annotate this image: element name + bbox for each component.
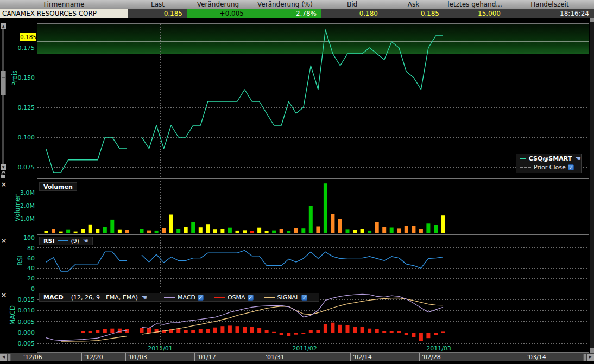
close-volume-panel-icon[interactable]: × bbox=[1, 181, 7, 188]
right-edge-strip bbox=[590, 18, 594, 353]
axis-tick-label: 20 bbox=[2, 275, 35, 282]
quote-value-row: CANAMEX RESOURCES CORP0.185+0.0052.78%0.… bbox=[0, 9, 594, 18]
chart-window: FirmennameLastVeränderungVeränderung (%)… bbox=[0, 0, 594, 364]
macd-param: (12, 26, 9 - EMA, EMA) bbox=[71, 294, 138, 301]
prior-close-checkbox[interactable]: ✓ bbox=[568, 164, 574, 170]
legend-checkbox[interactable]: ✓ bbox=[198, 295, 204, 301]
time-axis-date-label[interactable]: '02/14 bbox=[350, 353, 372, 361]
quote-value-cell: 15,000 bbox=[444, 9, 505, 18]
time-scrollbar-left-grip[interactable] bbox=[8, 354, 11, 361]
axis-tick-label: 0.000 bbox=[2, 329, 35, 336]
quote-value-cell: 0.180 bbox=[321, 9, 383, 18]
volume-chart bbox=[37, 181, 589, 234]
macd-settings-hand-icon[interactable]: ☚ bbox=[141, 295, 147, 300]
macd-legend-item: SIGNAL✓ bbox=[261, 294, 308, 301]
axis-tick-label: -0.005 bbox=[2, 340, 35, 347]
axis-tick-label: 0.125 bbox=[2, 104, 35, 111]
volume-panel-title: Volumen bbox=[43, 183, 73, 190]
month-gridline-label: 2011/02 bbox=[286, 345, 324, 352]
axis-tick-label: 0.150 bbox=[2, 74, 35, 81]
time-axis-date-label[interactable]: '02/28 bbox=[419, 353, 441, 361]
rsi-settings-hand-icon[interactable]: ☚ bbox=[83, 238, 89, 244]
time-axis-date-label[interactable]: '12/20 bbox=[81, 353, 103, 361]
quote-column-header[interactable]: Handelszeit bbox=[505, 0, 594, 9]
quote-column-header[interactable]: Veränderung (%) bbox=[249, 0, 321, 9]
rsi-panel[interactable] bbox=[37, 237, 589, 289]
quote-column-header[interactable]: Veränderung bbox=[187, 0, 249, 9]
time-axis-date-label[interactable]: '01/17 bbox=[194, 353, 216, 361]
scroll-up-icon[interactable]: ▲ bbox=[1, 23, 6, 29]
axis-tick-label: 2.0M bbox=[2, 202, 35, 209]
volume-panel-header: Volumen bbox=[39, 182, 77, 191]
legend-checkbox[interactable]: ✓ bbox=[301, 295, 307, 301]
time-axis-date-label[interactable]: '12/06 bbox=[21, 353, 42, 361]
quote-column-header[interactable]: Ask bbox=[383, 0, 444, 9]
series-name: CSQ@SMART bbox=[529, 155, 572, 162]
price-legend: CSQ@SMART ☚ Prior Close ✓ bbox=[516, 154, 582, 173]
quote-column-header[interactable]: Bid bbox=[321, 0, 383, 9]
axis-tick-label: 40 bbox=[2, 265, 35, 272]
axis-tick-label: 0.005 bbox=[2, 318, 35, 325]
price-panel[interactable] bbox=[37, 23, 589, 179]
legend-line-sample bbox=[214, 297, 225, 298]
month-gridline-label: 2011/03 bbox=[420, 345, 458, 352]
axis-tick-label: 0 bbox=[2, 285, 35, 292]
scroll-left-icon[interactable]: ◀ bbox=[0, 354, 7, 361]
legend-line-sample bbox=[164, 297, 175, 298]
time-scrollbar[interactable]: ◀ ▶ '12/06'12/20'01/03'01/17'01/31'02/14… bbox=[0, 353, 594, 361]
quote-value-cell: 2.78% bbox=[249, 9, 321, 18]
volume-panel[interactable] bbox=[37, 181, 589, 235]
rsi-panel-header: RSI (9) ☚ bbox=[39, 237, 93, 245]
series-settings-hand-icon[interactable]: ☚ bbox=[575, 156, 581, 161]
axis-tick-label: 3.0M bbox=[2, 189, 35, 196]
last-price-tag: 0.185 bbox=[20, 33, 36, 41]
axis-tick-label: 0.015 bbox=[2, 296, 35, 303]
month-gridline-label: 2011/01 bbox=[141, 345, 179, 352]
time-scrollbar-right-grip[interactable] bbox=[583, 354, 586, 361]
rsi-line-sample bbox=[58, 240, 68, 241]
price-line-sample bbox=[520, 158, 526, 159]
rsi-chart bbox=[37, 237, 589, 289]
axis-tick-label: 60 bbox=[2, 255, 35, 262]
axis-tick-label: 0.010 bbox=[2, 307, 35, 314]
prior-close-line-sample bbox=[520, 167, 531, 168]
time-axis-date-label[interactable]: '01/03 bbox=[125, 353, 147, 361]
right-strip-top-cap[interactable] bbox=[590, 18, 594, 22]
scroll-right-icon[interactable]: ▶ bbox=[587, 354, 594, 361]
axis-tick-label: 0.075 bbox=[2, 164, 35, 171]
macd-panel-title: MACD bbox=[43, 294, 64, 301]
legend-label: OSMA bbox=[228, 294, 245, 301]
legend-label: SIGNAL bbox=[277, 294, 300, 301]
prior-close-label: Prior Close bbox=[534, 164, 566, 171]
quote-column-header[interactable]: Firmenname bbox=[0, 0, 128, 9]
macd-legend-item: OSMA✓ bbox=[211, 294, 254, 301]
quote-value-cell: 0.185 bbox=[128, 9, 187, 18]
time-axis-date-label[interactable]: '01/31 bbox=[263, 353, 285, 361]
quote-header-row: FirmennameLastVeränderungVeränderung (%)… bbox=[0, 0, 594, 9]
time-axis-date-label[interactable]: '03/14 bbox=[525, 353, 546, 361]
axis-tick-label: 0.100 bbox=[2, 134, 35, 141]
rsi-param: (9) bbox=[71, 238, 80, 245]
quote-value-cell: 18:16:24 bbox=[505, 9, 594, 18]
macd-panel-header: MACD (12, 26, 9 - EMA, EMA) ☚ MACD✓OSMA✓… bbox=[39, 293, 319, 302]
legend-label: MACD bbox=[178, 294, 195, 301]
right-strip-bottom-cap[interactable] bbox=[590, 348, 594, 353]
price-chart bbox=[37, 24, 589, 178]
axis-tick-label: 1.0M bbox=[2, 215, 35, 222]
macd-legend-item: MACD✓ bbox=[161, 294, 204, 301]
quote-value-cell: 0.185 bbox=[383, 9, 444, 18]
quote-column-header[interactable]: letztes gehand... bbox=[444, 0, 505, 9]
legend-checkbox[interactable]: ✓ bbox=[248, 295, 254, 301]
quote-column-header[interactable]: Last bbox=[128, 0, 187, 9]
quote-value-cell: CANAMEX RESOURCES CORP bbox=[0, 9, 128, 18]
axis-tick-label: 0.175 bbox=[2, 44, 35, 52]
axis-tick-label: 80 bbox=[2, 245, 35, 252]
legend-line-sample bbox=[264, 297, 275, 298]
axis-tick-label: 100 bbox=[2, 234, 35, 241]
quote-value-cell: +0.005 bbox=[187, 9, 249, 18]
rsi-panel-title: RSI bbox=[43, 238, 55, 245]
